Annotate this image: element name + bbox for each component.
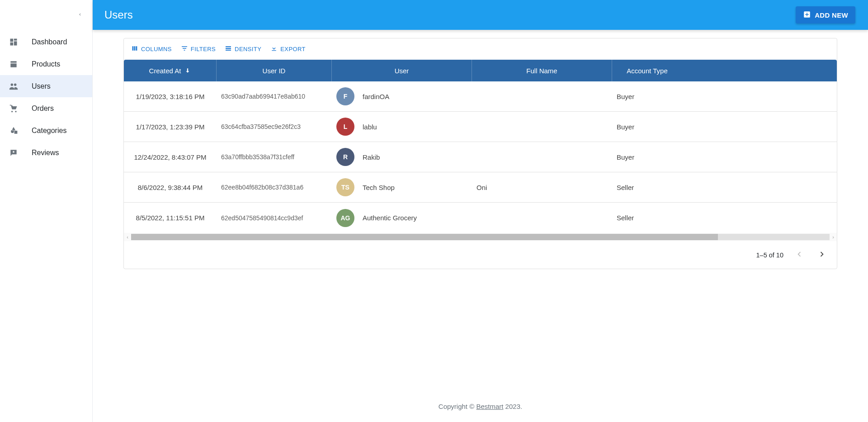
sidebar-item-label: Users [32, 82, 51, 90]
columns-icon [131, 45, 138, 53]
filters-button[interactable]: FILTERS [179, 43, 217, 55]
sidebar-item-categories[interactable]: Categories [0, 119, 92, 142]
add-new-button[interactable]: ADD NEW [796, 6, 855, 24]
cell-full-name [472, 142, 612, 172]
cell-created-at: 8/6/2022, 9:38:44 PM [124, 172, 217, 202]
col-header-user[interactable]: User [332, 60, 472, 81]
cell-account-type: Buyer [612, 112, 682, 142]
reviews-icon [8, 148, 19, 157]
columns-button[interactable]: COLUMNS [129, 43, 174, 55]
table-row[interactable]: 8/6/2022, 9:38:44 PM62ee8b04f682b08c37d3… [124, 172, 837, 203]
table-row[interactable]: 1/17/2023, 1:23:39 PM63c64cfba37585ec9e2… [124, 112, 837, 142]
categories-icon [8, 126, 19, 135]
plus-icon [803, 10, 811, 20]
sidebar: DashboardProductsUsersOrdersCategoriesRe… [0, 0, 93, 422]
copyright-link[interactable]: Bestmart [476, 403, 503, 410]
col-header-label: Full Name [526, 67, 557, 75]
copyright: Copyright © Bestmart 2023. [93, 391, 868, 422]
col-header-label: User [395, 67, 409, 75]
cell-user: Llablu [332, 112, 472, 142]
cell-user-id: 63a70ffbbb3538a7f31cfeff [217, 142, 332, 172]
username: Tech Shop [363, 184, 395, 191]
table-row[interactable]: 8/5/2022, 11:15:51 PM62ed5047585490814cc… [124, 203, 837, 233]
scroll-right-icon: › [830, 234, 837, 240]
cell-full-name: Oni [472, 172, 612, 202]
cell-full-name [472, 203, 612, 233]
sidebar-item-label: Dashboard [32, 38, 67, 46]
scroll-track [131, 234, 830, 240]
cell-user: RRakib [332, 142, 472, 172]
avatar: TS [336, 178, 354, 196]
sidebar-item-orders[interactable]: Orders [0, 97, 92, 119]
export-button[interactable]: EXPORT [269, 43, 307, 55]
download-icon [270, 45, 278, 53]
filter-icon [181, 45, 188, 53]
sidebar-item-label: Reviews [32, 149, 59, 157]
col-header-label: Created At [149, 67, 181, 75]
copyright-prefix: Copyright © [439, 403, 476, 410]
orders-icon [8, 104, 19, 113]
filters-label: FILTERS [191, 46, 216, 52]
prev-page-button[interactable] [793, 247, 806, 262]
col-header-account-type[interactable]: Account Type [612, 60, 682, 81]
svg-point-1 [14, 83, 16, 86]
horizontal-scrollbar[interactable]: ‹ › [124, 233, 837, 241]
sidebar-item-reviews[interactable]: Reviews [0, 142, 92, 164]
sidebar-collapse[interactable] [0, 0, 92, 30]
columns-label: COLUMNS [141, 46, 172, 52]
cell-user: AGAuthentic Grocery [332, 203, 472, 233]
table-header: Created At User ID User Full Name [124, 60, 837, 81]
cell-full-name [472, 81, 612, 111]
pagination: 1–5 of 10 [124, 241, 837, 269]
dashboard-icon [8, 38, 19, 47]
products-icon [8, 60, 19, 69]
cell-created-at: 1/19/2023, 3:18:16 PM [124, 81, 217, 111]
table-row[interactable]: 1/19/2023, 3:18:16 PM63c90ad7aab699417e8… [124, 81, 837, 112]
sidebar-item-label: Categories [32, 127, 66, 135]
next-page-button[interactable] [815, 247, 829, 262]
chevron-right-icon [817, 249, 827, 261]
cell-user-id: 63c90ad7aab699417e8ab610 [217, 81, 332, 111]
copyright-suffix: 2023. [503, 403, 522, 410]
col-header-user-id[interactable]: User ID [217, 60, 332, 81]
cell-account-type: Buyer [612, 81, 682, 111]
grid-toolbar: COLUMNS FILTERS DENSITY [124, 38, 837, 60]
username: lablu [363, 123, 377, 131]
col-header-created-at[interactable]: Created At [124, 60, 217, 81]
avatar: AG [336, 209, 354, 227]
sidebar-item-dashboard[interactable]: Dashboard [0, 31, 92, 53]
cell-created-at: 8/5/2022, 11:15:51 PM [124, 203, 217, 233]
username: Authentic Grocery [363, 214, 417, 222]
cell-user-id: 63c64cfba37585ec9e26f2c3 [217, 112, 332, 142]
username: Rakib [363, 153, 380, 161]
cell-user-id: 62ee8b04f682b08c37d381a6 [217, 172, 332, 202]
sidebar-item-label: Products [32, 60, 60, 68]
scroll-thumb[interactable] [131, 234, 718, 240]
arrow-down-icon [184, 67, 191, 74]
add-new-label: ADD NEW [815, 11, 848, 19]
scroll-left-icon: ‹ [124, 234, 131, 240]
cell-user: FfardinOA [332, 81, 472, 111]
avatar: L [336, 118, 354, 136]
table-row[interactable]: 12/24/2022, 8:43:07 PM63a70ffbbb3538a7f3… [124, 142, 837, 172]
avatar: F [336, 87, 354, 105]
density-label: DENSITY [235, 46, 261, 52]
avatar: R [336, 148, 354, 166]
cell-full-name [472, 112, 612, 142]
page-title: Users [104, 9, 133, 21]
col-header-label: Account Type [627, 67, 668, 75]
cell-user: TSTech Shop [332, 172, 472, 202]
export-label: EXPORT [280, 46, 306, 52]
density-button[interactable]: DENSITY [223, 43, 263, 55]
col-header-full-name[interactable]: Full Name [472, 60, 612, 81]
sidebar-item-users[interactable]: Users [0, 75, 92, 97]
cell-account-type: Seller [612, 172, 682, 202]
chevron-left-icon [794, 249, 804, 261]
users-data-grid: COLUMNS FILTERS DENSITY [123, 38, 837, 269]
pagination-range: 1–5 of 10 [756, 251, 783, 259]
users-icon [8, 81, 19, 91]
svg-point-0 [11, 83, 13, 86]
sidebar-item-products[interactable]: Products [0, 53, 92, 75]
cell-user-id: 62ed5047585490814cc9d3ef [217, 203, 332, 233]
density-icon [225, 45, 232, 53]
